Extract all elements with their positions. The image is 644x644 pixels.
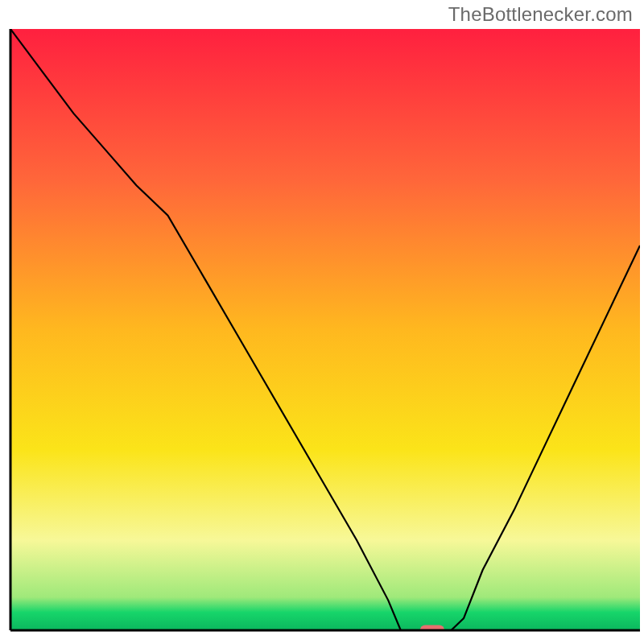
chart-background-gradient [10,29,640,630]
bottleneck-chart [0,0,644,644]
chart-container: TheBottlenecker.com [0,0,644,644]
attribution-watermark: TheBottlenecker.com [448,3,633,26]
